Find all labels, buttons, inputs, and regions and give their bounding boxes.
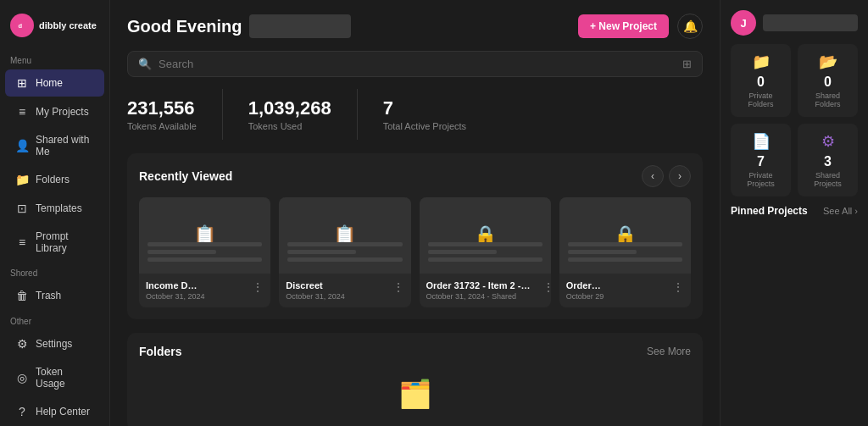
prev-arrow[interactable]: ‹ (642, 165, 664, 187)
sidebar-item-help-label: Help Center (36, 406, 90, 418)
sidebar-item-folders[interactable]: 📁 Folders (5, 166, 104, 193)
shared-folders-label: Shared Folders (804, 91, 851, 108)
project-card-date: October 31, 2024 - Shared (426, 292, 543, 301)
notifications-button[interactable]: 🔔 (677, 14, 703, 39)
shared-folders-stat: 📂 0 Shared Folders (798, 44, 858, 117)
filter-icon[interactable]: ⊞ (682, 58, 692, 70)
settings-icon: ⚙ (15, 337, 29, 351)
user-avatar: J (731, 10, 756, 36)
sidebar-item-settings-label: Settings (36, 338, 72, 350)
project-card-thumb: 🔒 (559, 197, 691, 274)
project-card-info: Discreet October 31, 2024 ⋮ (279, 274, 410, 307)
sidebar-item-trash[interactable]: 🗑 Trash (5, 282, 104, 309)
sidebar-item-templates-label: Templates (36, 202, 82, 214)
project-card[interactable]: 📋 Discreet October 31, 2024 ⋮ (279, 197, 410, 307)
project-card[interactable]: 📋 Income Diary October 31, 2024 ⋮ (139, 197, 270, 307)
sidebar-item-help-center[interactable]: ? Help Center (5, 398, 104, 425)
trash-icon: 🗑 (15, 289, 29, 302)
template-icon: ⊡ (15, 202, 29, 215)
sidebar-item-my-projects[interactable]: ≡ My Projects (5, 98, 104, 125)
shared-projects-stat: ⚙ 3 Shared Projects (798, 124, 858, 196)
stat-tokens-used: 1,039,268 Tokens Used (248, 89, 357, 140)
folder-icon: 📁 (15, 173, 29, 186)
svg-text:d: d (19, 22, 23, 30)
right-panel: J 📁 0 Private Folders 📂 0 Shared Folders… (720, 0, 868, 426)
project-card-menu[interactable]: ⋮ (542, 280, 551, 294)
project-card-text: Discreet October 31, 2024 (286, 280, 345, 301)
pinned-title: Pinned Projects (731, 205, 808, 217)
user-row: J (731, 10, 858, 36)
private-folder-icon: 📁 (737, 53, 784, 71)
folders-see-more[interactable]: See More (647, 346, 691, 357)
sidebar-item-shared-label: Shared with Me (36, 134, 94, 158)
project-card-info: Order 31732 - Item 2 - Se... October 31,… (420, 274, 551, 307)
sidebar-item-home-label: Home (36, 77, 63, 89)
sidebar-item-shared-with-me[interactable]: 👤 Shared with Me (5, 127, 104, 164)
folders-section: Folders See More 🗂️ (127, 333, 703, 426)
sidebar-item-trash-label: Trash (36, 290, 61, 302)
project-card-text: Order 3... October 29 (566, 280, 607, 301)
search-input[interactable] (159, 58, 682, 70)
pinned-projects-header: Pinned Projects See All › (731, 205, 858, 217)
private-folders-value: 0 (737, 75, 784, 90)
sidebar-item-token-label: Token Usage (36, 366, 94, 390)
next-arrow[interactable]: › (669, 165, 691, 187)
project-card-thumb: 📋 (139, 197, 270, 274)
project-card-info: Income Diary October 31, 2024 ⋮ (139, 274, 270, 307)
right-panel-stats-grid: 📁 0 Private Folders 📂 0 Shared Folders 📄… (731, 44, 858, 196)
prompt-icon: ≡ (15, 235, 29, 249)
thumb-line (287, 257, 402, 262)
sidebar-item-prompt-library[interactable]: ≡ Prompt Library (5, 224, 104, 261)
project-card[interactable]: 🔒 Order 3... October 29 ⋮ (559, 197, 691, 307)
sidebar-item-home[interactable]: ⊞ Home (5, 69, 104, 97)
project-card-text: Order 31732 - Item 2 - Se... October 31,… (426, 280, 543, 301)
greeting-text: Good Evening (127, 17, 242, 36)
see-all-link[interactable]: See All › (823, 206, 858, 216)
main-content: Good Evening + New Project 🔔 🔍 ⊞ 231,556… (110, 0, 720, 426)
sidebar-item-my-projects-label: My Projects (36, 106, 89, 118)
shared-projects-value: 3 (804, 154, 851, 169)
thumb-line (568, 250, 637, 254)
sidebar-logo: d dibbly create (0, 8, 109, 49)
active-projects-label: Total Active Projects (383, 121, 466, 131)
tokens-available-label: Tokens Available (127, 121, 197, 131)
project-card-menu[interactable]: ⋮ (252, 280, 264, 294)
sidebar-item-templates[interactable]: ⊡ Templates (5, 195, 104, 222)
shored-section-label: Shored (0, 262, 109, 281)
shared-projects-label: Shared Projects (804, 171, 851, 188)
logo-icon: d (10, 14, 34, 37)
menu-section-label: Menu (0, 49, 109, 69)
private-projects-label: Private Projects (737, 171, 784, 188)
list-icon: ≡ (15, 105, 29, 119)
new-project-button[interactable]: + New Project (578, 14, 669, 38)
project-card-date: October 31, 2024 (146, 292, 205, 301)
sidebar-item-token-usage[interactable]: ◎ Token Usage (5, 359, 104, 396)
project-card-text: Income Diary October 31, 2024 (146, 280, 205, 301)
thumb-lines (428, 242, 542, 265)
project-card-date: October 29 (566, 292, 607, 301)
projects-grid: 📋 Income Diary October 31, 2024 ⋮ (139, 197, 691, 307)
stats-row: 231,556 Tokens Available 1,039,268 Token… (127, 89, 703, 140)
project-card-menu[interactable]: ⋮ (392, 280, 404, 294)
private-projects-icon: 📄 (737, 132, 784, 151)
project-card-title: Order 31732 - Item 2 - Se... (426, 280, 531, 290)
home-icon: ⊞ (15, 76, 29, 90)
active-projects-value: 7 (383, 97, 466, 119)
sidebar-item-settings[interactable]: ⚙ Settings (5, 330, 104, 357)
shared-folder-icon: 📂 (804, 53, 851, 71)
thumb-line (147, 250, 216, 254)
project-card-menu[interactable]: ⋮ (672, 280, 684, 294)
folders-empty: 🗂️ (139, 368, 691, 419)
private-folders-label: Private Folders (737, 91, 784, 108)
person-icon: 👤 (15, 139, 29, 152)
user-name-placeholder (249, 14, 351, 38)
thumb-lines (568, 242, 682, 265)
header-actions: + New Project 🔔 (578, 14, 703, 39)
project-card[interactable]: 🔒 Order 31732 - Item 2 - Se... October 3… (420, 197, 551, 307)
greeting: Good Evening (127, 14, 351, 38)
stat-active-projects: 7 Total Active Projects (383, 89, 492, 140)
folders-title: Folders (139, 345, 182, 358)
bell-icon: 🔔 (683, 19, 698, 33)
thumb-line (568, 242, 682, 246)
folders-section-header: Folders See More (139, 345, 691, 358)
